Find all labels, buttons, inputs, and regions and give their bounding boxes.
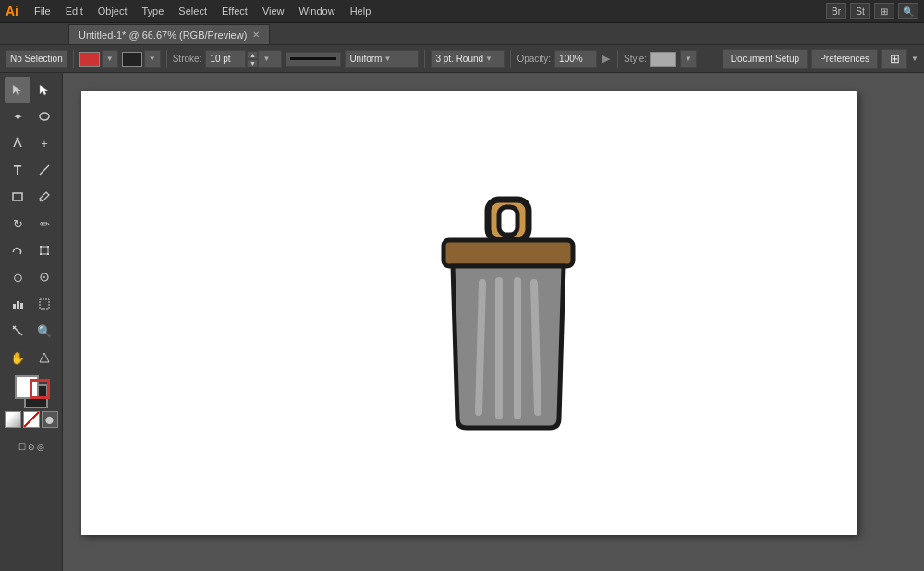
stroke-up-arrow[interactable]: ▲ (247, 51, 258, 59)
svg-rect-14 (40, 299, 49, 309)
line-tool[interactable] (31, 157, 57, 183)
svg-point-1 (17, 138, 19, 140)
column-graph-tool[interactable] (5, 291, 30, 317)
trash-can-illustration (416, 183, 601, 443)
main-layout: ✦ + T ↻ (0, 73, 924, 571)
document-setup-button[interactable]: Document Setup (723, 49, 808, 69)
canvas-area (63, 73, 924, 571)
arrange-chevron[interactable]: ▼ (911, 49, 918, 69)
menu-view[interactable]: View (256, 4, 291, 18)
warp-tool[interactable] (5, 237, 30, 263)
tab-close-button[interactable]: ✕ (252, 30, 260, 40)
stroke-profile-dropdown[interactable]: Uniform ▼ (345, 50, 419, 68)
color-section: ⬤ (5, 375, 58, 428)
cap-style-chevron: ▼ (485, 55, 492, 63)
options-toolbar: No Selection ▼ ▼ Stroke: 10 pt ▲ ▼ ▼ Uni… (0, 45, 924, 73)
extra-tools: ☐ ⊙ ◎ (5, 434, 58, 460)
svg-rect-12 (17, 301, 19, 309)
tool-row-8: ⊙ (5, 264, 57, 290)
fill-stroke-squares (15, 375, 48, 408)
none-icon[interactable] (23, 411, 40, 428)
opacity-more-arrow[interactable]: ▶ (602, 53, 610, 65)
rectangle-tool[interactable] (5, 184, 30, 210)
stroke-color-swatch[interactable] (122, 52, 142, 67)
menu-select[interactable]: Select (172, 4, 213, 18)
stroke-color-dropdown[interactable]: ▼ (144, 50, 161, 68)
symbol-sprayer-tool[interactable] (31, 264, 57, 290)
separator-5 (617, 50, 618, 68)
svg-rect-5 (40, 246, 42, 248)
direct-selection-tool[interactable] (31, 77, 57, 103)
svg-rect-4 (41, 247, 48, 254)
free-transform-tool[interactable] (31, 237, 57, 263)
draw-normal-icon: ☐ (18, 443, 26, 452)
tool-row-7 (5, 237, 57, 263)
menu-window[interactable]: Window (293, 4, 342, 18)
fill-chevron: ▼ (106, 55, 114, 63)
bridge-icon[interactable]: Br (826, 3, 846, 19)
stroke-weight-input[interactable]: 10 pt (205, 50, 246, 68)
puppet-warp-tool[interactable]: ⊙ (5, 264, 30, 290)
color-mode-icons: ⬤ (5, 411, 58, 428)
tool-row-5 (5, 184, 57, 210)
svg-line-21 (534, 283, 538, 412)
workspace-icon[interactable]: ⊞ (874, 3, 894, 19)
fill-dropdown[interactable]: ▼ (102, 50, 118, 68)
svg-rect-13 (20, 303, 23, 309)
slice-tool[interactable] (5, 318, 30, 344)
stroke-unit-dropdown[interactable]: ▼ (258, 50, 282, 68)
rotate-tool[interactable]: ↻ (5, 211, 30, 237)
menu-object[interactable]: Object (91, 4, 134, 18)
artboard-tool[interactable] (31, 291, 57, 317)
svg-rect-6 (47, 246, 49, 248)
draw-inside-tool[interactable]: ☐ ⊙ ◎ (5, 434, 58, 460)
draw-behind-icon: ◎ (37, 443, 44, 452)
selection-dropdown[interactable]: No Selection (6, 50, 67, 68)
cap-style-dropdown[interactable]: 3 pt. Round ▼ (431, 50, 505, 68)
pencil-tool[interactable]: ✏ (31, 211, 57, 237)
svg-point-0 (40, 113, 49, 120)
selection-tool[interactable] (5, 77, 30, 103)
preferences-button[interactable]: Preferences (811, 49, 878, 69)
gradient-icon[interactable] (5, 411, 21, 428)
separator-1 (73, 50, 74, 68)
style-label: Style: (624, 54, 647, 64)
menu-effect[interactable]: Effect (215, 4, 254, 18)
magic-wand-tool[interactable]: ✦ (5, 103, 30, 129)
opacity-input[interactable]: 100% (554, 50, 597, 68)
hand-tool[interactable]: ✋ (5, 345, 30, 371)
menu-bar: Ai File Edit Object Type Select Effect V… (0, 0, 924, 23)
menu-help[interactable]: Help (344, 4, 378, 18)
stroke-down-arrow[interactable]: ▼ (247, 59, 258, 67)
draw-inside-icon: ⊙ (28, 443, 35, 452)
stroke-color-chevron: ▼ (149, 55, 156, 63)
style-swatch[interactable] (650, 52, 676, 67)
svg-rect-7 (40, 253, 42, 255)
tab-label: Untitled-1* @ 66.67% (RGB/Preview) (79, 30, 247, 41)
lasso-tool[interactable] (31, 103, 57, 129)
separator-3 (424, 50, 425, 68)
svg-rect-17 (444, 240, 573, 266)
fill-swatch[interactable] (79, 52, 100, 67)
paintbrush-tool[interactable] (31, 184, 57, 210)
svg-line-2 (40, 165, 49, 175)
separator-4 (510, 50, 511, 68)
arrange-button[interactable]: ⊞ (881, 49, 907, 69)
document-tab[interactable]: Untitled-1* @ 66.67% (RGB/Preview) ✕ (68, 24, 270, 44)
search-icon[interactable]: 🔍 (898, 3, 918, 19)
menu-file[interactable]: File (28, 4, 57, 18)
fill-square[interactable] (15, 375, 39, 399)
stock-icon[interactable]: St (850, 3, 870, 19)
zoom-tool[interactable]: 🔍 (31, 318, 57, 344)
menu-type[interactable]: Type (136, 4, 171, 18)
perspective-grid-tool[interactable] (31, 345, 57, 371)
menu-edit[interactable]: Edit (59, 4, 90, 18)
add-anchor-tool[interactable]: + (31, 130, 57, 156)
style-dropdown[interactable]: ▼ (680, 50, 697, 68)
tool-row-4: T (5, 157, 57, 183)
type-tool[interactable]: T (5, 157, 30, 183)
style-chevron: ▼ (685, 55, 692, 63)
color-picker-icon[interactable]: ⬤ (42, 411, 58, 428)
tool-row-3: + (5, 130, 57, 156)
pen-tool[interactable] (5, 130, 30, 156)
